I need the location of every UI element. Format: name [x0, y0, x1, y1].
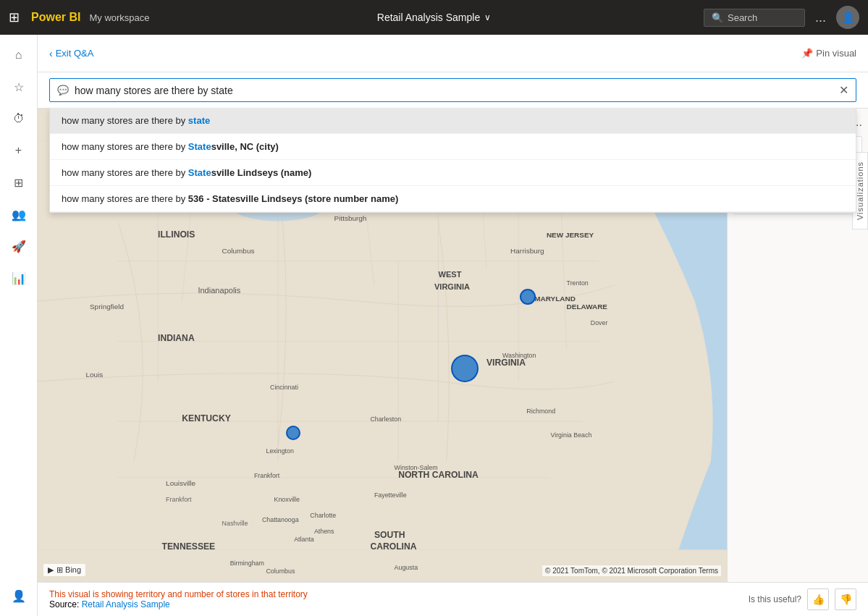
svg-text:Athens: Athens: [314, 528, 334, 535]
thumbs-down-button[interactable]: 👎: [835, 588, 856, 610]
svg-text:Atlanta: Atlanta: [294, 536, 314, 543]
sidebar-item-shared[interactable]: 👥: [4, 200, 33, 229]
svg-text:Indianapolis: Indianapolis: [198, 286, 240, 295]
bing-label: ⊞ Bing: [56, 565, 81, 575]
svg-text:Dover: Dover: [591, 319, 608, 326]
sidebar-item-apps[interactable]: ⊞: [4, 168, 33, 197]
map-bubble-nc[interactable]: [451, 355, 479, 382]
sidebar-item-home[interactable]: ⌂: [4, 41, 33, 69]
sidebar-item-recent[interactable]: ⏱: [4, 104, 33, 133]
svg-text:NORTH CAROLINA: NORTH CAROLINA: [398, 470, 479, 480]
powerbi-logo: Power BI: [31, 11, 80, 24]
exit-qa-button[interactable]: ‹ Exit Q&A: [49, 48, 93, 59]
useful-section: Is this useful? 👍 👎: [749, 588, 856, 610]
report-title-text: Retail Analysis Sample: [377, 12, 480, 23]
svg-text:Frankfort: Frankfort: [254, 472, 280, 479]
suggestion-highlight-0: state: [188, 115, 210, 126]
left-sidebar: ⌂ ☆ ⏱ + ⊞ 👥 🚀 📊 👤: [0, 35, 38, 616]
map-bubble-al[interactable]: [286, 426, 300, 440]
grid-menu-icon[interactable]: ⊞: [9, 9, 20, 25]
suggestion-bold-3: 536 - Statesville Lindseys (store number…: [188, 193, 398, 204]
qa-search-input[interactable]: [75, 85, 833, 96]
suggestion-highlight-1: State: [188, 141, 211, 152]
main-area: ‹ Exit Q&A 📌 Pin visual 💬 ✕ how many sto…: [38, 35, 868, 616]
copyright-text: © 2021 TomTom, © 2021 Microsoft Corporat…: [542, 565, 721, 576]
svg-text:Birmingham: Birmingham: [230, 560, 264, 567]
svg-text:Virginia Beach: Virginia Beach: [550, 431, 591, 439]
source-label: Source:: [49, 599, 82, 609]
pin-label: Pin visual: [816, 48, 856, 59]
svg-text:Knoxville: Knoxville: [274, 496, 300, 503]
svg-text:TENNESSEE: TENNESSEE: [162, 541, 216, 552]
map-bubble-dc[interactable]: [520, 289, 536, 305]
title-chevron-icon[interactable]: ∨: [484, 12, 491, 22]
search-placeholder: Search: [728, 12, 757, 23]
clear-input-button[interactable]: ✕: [839, 83, 848, 97]
report-title: Retail Analysis Sample ∨: [377, 12, 491, 23]
bottom-bar: This visual is showing territory and num…: [38, 582, 868, 616]
svg-text:NEW JERSEY: NEW JERSEY: [547, 231, 594, 239]
suggestion-item-2[interactable]: how many stores are there by Statesville…: [50, 160, 856, 186]
exit-qa-label: Exit Q&A: [56, 48, 94, 59]
svg-text:Pittsburgh: Pittsburgh: [334, 214, 367, 222]
qa-search-container: 💬 ✕ how many stores are there by state h…: [38, 72, 868, 109]
suggestion-item-1[interactable]: how many stores are there by Statesville…: [50, 134, 856, 160]
bottom-line1: This visual is showing territory and num…: [49, 589, 308, 599]
user-avatar[interactable]: 👤: [836, 6, 859, 29]
source-link[interactable]: Retail Analysis Sample: [82, 599, 170, 609]
suggestion-bold-1: sville, NC (city): [211, 141, 279, 152]
svg-text:Lexington: Lexington: [266, 447, 293, 455]
bottom-line1-text: This visual is showing territory and num…: [49, 589, 308, 599]
search-mag-icon: 🔍: [712, 12, 723, 23]
chat-icon: 💬: [57, 85, 69, 96]
back-arrow-icon: ‹: [49, 48, 53, 59]
svg-text:Columbus: Columbus: [222, 247, 255, 255]
svg-text:Winston-Salem: Winston-Salem: [395, 464, 438, 471]
svg-text:MARYLAND: MARYLAND: [534, 295, 576, 303]
qa-bar: ‹ Exit Q&A 📌 Pin visual: [38, 35, 868, 72]
svg-text:Fayetteville: Fayetteville: [374, 491, 407, 499]
svg-text:SOUTH: SOUTH: [374, 530, 405, 540]
bottom-line2: Source: Retail Analysis Sample: [49, 599, 308, 609]
more-options-icon[interactable]: ...: [811, 10, 830, 25]
svg-text:Columbus: Columbus: [266, 568, 295, 575]
svg-text:Frankfort: Frankfort: [166, 496, 192, 503]
svg-text:Springfield: Springfield: [90, 303, 124, 311]
pin-visual-button[interactable]: 📌 Pin visual: [801, 48, 856, 59]
svg-text:VIRGINIA: VIRGINIA: [486, 358, 526, 368]
suggestion-item-0[interactable]: how many stores are there by state: [50, 108, 856, 134]
svg-text:Trenton: Trenton: [567, 279, 589, 287]
qa-input-wrapper: 💬 ✕: [49, 78, 856, 102]
svg-text:Charleston: Charleston: [370, 415, 401, 423]
svg-text:KENTUCKY: KENTUCKY: [182, 413, 231, 423]
svg-text:Cincinnati: Cincinnati: [270, 384, 298, 391]
pin-icon: 📌: [801, 48, 813, 59]
sidebar-item-create[interactable]: +: [4, 136, 33, 165]
svg-text:Richmond: Richmond: [526, 408, 555, 415]
qa-suggestions-dropdown: how many stores are there by state how m…: [49, 108, 856, 213]
svg-text:CAROLINA: CAROLINA: [370, 541, 416, 552]
svg-text:Washington: Washington: [502, 352, 536, 359]
suggestion-item-3[interactable]: how many stores are there by 536 - State…: [50, 186, 856, 212]
svg-text:Louis: Louis: [85, 371, 103, 379]
bottom-description: This visual is showing territory and num…: [49, 589, 308, 609]
avatar-icon: 👤: [842, 12, 854, 23]
global-search-box[interactable]: 🔍 Search: [704, 9, 805, 27]
top-nav: ⊞ Power BI My workspace Retail Analysis …: [0, 0, 868, 35]
svg-text:Charlotte: Charlotte: [310, 512, 336, 519]
sidebar-item-profile[interactable]: 👤: [4, 581, 33, 610]
bing-watermark: ▶ ⊞ Bing: [43, 564, 85, 576]
sidebar-item-favorites[interactable]: ☆: [4, 72, 33, 101]
thumbs-up-icon: 👍: [812, 594, 825, 605]
svg-text:Chattanooga: Chattanooga: [262, 516, 299, 523]
svg-text:INDIANA: INDIANA: [158, 333, 195, 343]
sidebar-item-learn[interactable]: 🚀: [4, 232, 33, 261]
thumbs-up-button[interactable]: 👍: [807, 588, 829, 610]
svg-text:Louisville: Louisville: [166, 479, 195, 487]
useful-label: Is this useful?: [749, 594, 801, 604]
workspace-label[interactable]: My workspace: [89, 12, 149, 23]
svg-text:Nashville: Nashville: [222, 520, 248, 527]
thumbs-down-icon: 👎: [840, 594, 852, 605]
svg-text:VIRGINIA: VIRGINIA: [434, 282, 470, 291]
sidebar-item-metrics[interactable]: 📊: [4, 263, 33, 292]
